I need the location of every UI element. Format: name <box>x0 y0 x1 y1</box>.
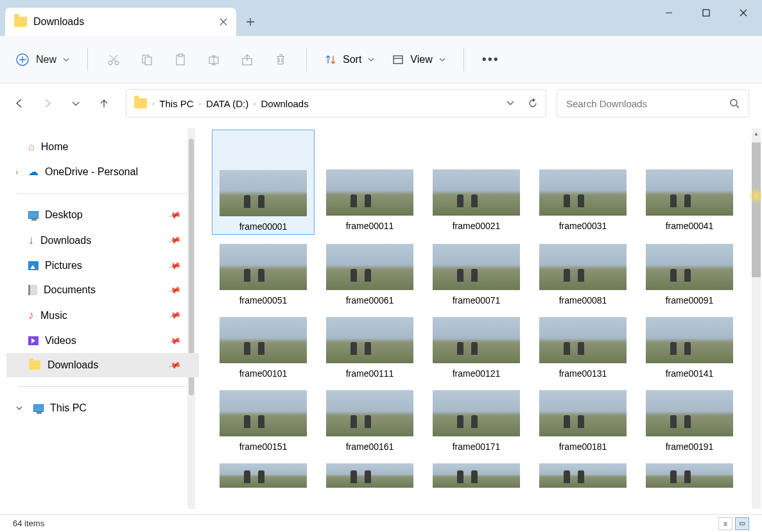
recent-dropdown[interactable] <box>69 97 82 110</box>
pin-icon[interactable]: 📌 <box>168 309 181 322</box>
address-dropdown-icon[interactable] <box>506 98 515 108</box>
thumbnail <box>433 169 520 216</box>
tab-downloads[interactable]: Downloads <box>5 8 236 36</box>
folder-icon <box>14 17 27 27</box>
file-item[interactable]: frame00121 <box>425 314 528 381</box>
view-button[interactable]: View <box>392 54 445 65</box>
file-item[interactable]: frame00151 <box>212 388 315 454</box>
file-item[interactable]: frame00131 <box>532 314 634 381</box>
sidebar-item-this-pc[interactable]: This PC <box>6 396 199 420</box>
thumbnail <box>220 244 307 290</box>
delete-icon[interactable] <box>273 52 288 67</box>
pin-icon[interactable]: 📌 <box>168 359 181 372</box>
content-scrollbar-thumb[interactable] <box>752 142 761 277</box>
file-item[interactable]: frame00141 <box>638 314 741 381</box>
chevron-down-icon[interactable] <box>15 404 23 412</box>
sidebar-label: Documents <box>44 284 96 296</box>
thumbnails-view-toggle[interactable]: ▭ <box>735 517 749 530</box>
scroll-up-arrow[interactable]: ▲ <box>752 128 761 139</box>
search-box[interactable] <box>557 89 749 117</box>
file-item[interactable]: frame00001 <box>212 130 315 235</box>
file-item[interactable] <box>532 461 634 495</box>
sidebar-item-downloads-quick[interactable]: ↓Downloads📌 <box>6 227 199 253</box>
pin-icon[interactable]: 📌 <box>168 334 181 348</box>
sidebar-item-desktop[interactable]: Desktop📌 <box>6 203 199 227</box>
sidebar-label: This PC <box>50 402 87 414</box>
main-area: ⌂Home ☁OneDrive - Personal Desktop📌 ↓Dow… <box>0 123 762 514</box>
forward-button[interactable] <box>41 97 54 110</box>
file-item[interactable]: frame00111 <box>318 314 421 381</box>
sidebar-item-music[interactable]: ♪Music📌 <box>6 302 199 329</box>
file-grid: frame00001 frame00011 frame00021 frame00… <box>212 130 749 495</box>
file-item[interactable]: frame00031 <box>532 167 634 235</box>
sidebar-label: Desktop <box>45 209 83 221</box>
file-item[interactable]: frame00041 <box>638 167 741 235</box>
thumbnail <box>433 463 520 488</box>
new-tab-button[interactable] <box>236 8 264 36</box>
sidebar-label: Videos <box>45 335 76 347</box>
minimize-button[interactable] <box>650 0 688 26</box>
refresh-icon[interactable] <box>528 98 538 108</box>
file-item[interactable]: frame00011 <box>318 167 421 235</box>
paste-icon[interactable] <box>173 52 188 67</box>
search-icon[interactable] <box>729 98 740 108</box>
rename-icon[interactable] <box>206 52 221 67</box>
back-button[interactable] <box>13 97 26 110</box>
file-item[interactable]: frame00061 <box>318 241 421 308</box>
file-item[interactable] <box>425 461 528 495</box>
pin-icon[interactable]: 📌 <box>168 234 181 247</box>
copy-icon[interactable] <box>139 52 155 67</box>
breadcrumb-downloads[interactable]: Downloads <box>261 98 308 109</box>
up-button[interactable] <box>98 97 110 110</box>
close-tab-icon[interactable] <box>218 17 229 27</box>
cloud-icon: ☁ <box>28 166 39 178</box>
titlebar: Downloads <box>0 0 762 36</box>
sidebar-label: Music <box>40 310 67 322</box>
maximize-button[interactable] <box>688 0 725 26</box>
details-view-toggle[interactable]: ≡ <box>718 517 732 530</box>
sort-button[interactable]: Sort <box>325 54 374 65</box>
file-item[interactable]: frame00191 <box>638 388 741 454</box>
new-button[interactable]: New <box>15 53 69 67</box>
file-item[interactable] <box>212 461 315 495</box>
file-item[interactable]: frame00101 <box>212 314 315 381</box>
thumbnail <box>539 463 627 488</box>
close-button[interactable] <box>725 0 762 26</box>
file-item[interactable]: frame00081 <box>532 241 634 308</box>
share-icon[interactable] <box>239 52 255 67</box>
chevron-right-icon: › <box>254 100 255 107</box>
more-button[interactable]: ••• <box>482 52 499 67</box>
pin-icon[interactable]: 📌 <box>168 259 181 273</box>
new-label: New <box>36 54 56 65</box>
thumbnail <box>326 169 413 216</box>
file-item[interactable]: frame00021 <box>425 167 528 235</box>
thumbnail <box>326 317 413 363</box>
file-item[interactable]: frame00071 <box>425 241 528 308</box>
file-label: frame00121 <box>453 368 501 379</box>
file-item[interactable]: frame00051 <box>212 241 315 308</box>
svg-rect-10 <box>394 56 403 64</box>
file-item[interactable] <box>318 461 421 495</box>
sidebar-item-downloads[interactable]: Downloads📌 <box>6 353 199 377</box>
sidebar-item-pictures[interactable]: Pictures📌 <box>6 253 199 278</box>
sidebar-item-videos[interactable]: Videos📌 <box>6 329 199 353</box>
breadcrumb-drive[interactable]: DATA (D:) <box>206 98 248 109</box>
pin-icon[interactable]: 📌 <box>168 209 181 222</box>
breadcrumb-this-pc[interactable]: This PC <box>159 98 193 109</box>
address-bar[interactable]: › This PC › DATA (D:) › Downloads <box>126 89 546 117</box>
file-label: frame00171 <box>453 442 501 452</box>
file-item[interactable]: frame00161 <box>318 388 421 454</box>
pin-icon[interactable]: 📌 <box>168 284 181 297</box>
sidebar-item-documents[interactable]: Documents📌 <box>6 278 199 302</box>
file-item[interactable]: frame00171 <box>425 388 528 454</box>
file-item[interactable] <box>638 461 741 495</box>
file-label: frame00021 <box>453 221 501 231</box>
search-input[interactable] <box>566 98 729 109</box>
folder-icon <box>134 98 147 108</box>
thumbnail <box>646 463 733 488</box>
sidebar-item-onedrive[interactable]: ☁OneDrive - Personal <box>6 159 199 184</box>
file-item[interactable]: frame00181 <box>532 388 634 454</box>
cut-icon[interactable] <box>106 52 121 67</box>
file-item[interactable]: frame00091 <box>638 241 741 308</box>
sidebar-item-home[interactable]: ⌂Home <box>6 135 199 159</box>
